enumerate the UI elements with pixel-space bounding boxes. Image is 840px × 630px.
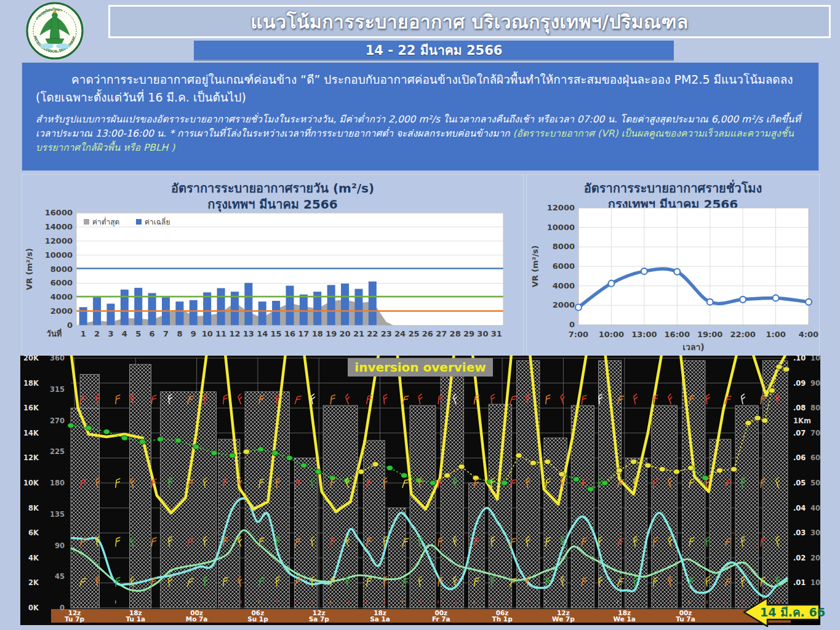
svg-text:0: 0 <box>60 604 65 612</box>
svg-text:4: 4 <box>122 329 127 338</box>
km-scale-label: 1Km <box>793 417 811 425</box>
svg-text:Tu 7a: Tu 7a <box>676 615 695 623</box>
hourly-vr-line-chart: 0200040006000800010000120007:0010:0013:0… <box>527 175 820 356</box>
svg-text:Su 1p: Su 1p <box>247 615 268 623</box>
svg-text:0: 0 <box>67 321 73 330</box>
summary-panel: คาดว่าการระบายอากาศอยู่ในเกณฑ์ค่อนข้าง “… <box>22 62 819 171</box>
svg-text:1:00: 1:00 <box>766 330 785 339</box>
svg-text:10000: 10000 <box>547 223 575 232</box>
svg-text:ค่าเฉลี่ย: ค่าเฉลี่ย <box>145 217 170 226</box>
svg-text:10: 10 <box>202 329 213 338</box>
svg-text:19:00: 19:00 <box>697 330 722 339</box>
svg-text:90: 90 <box>810 379 820 388</box>
svg-text:16:00: 16:00 <box>665 330 690 339</box>
svg-text:5: 5 <box>135 329 141 338</box>
svg-text:12000: 12000 <box>45 236 73 245</box>
svg-text:20: 20 <box>810 554 820 562</box>
svg-text:315: 315 <box>50 385 65 394</box>
svg-text:6000: 6000 <box>553 261 575 271</box>
svg-text:4K: 4K <box>28 554 39 562</box>
svg-text:40: 40 <box>810 504 820 512</box>
svg-text:0K: 0K <box>28 604 39 612</box>
svg-text:8000: 8000 <box>553 242 575 251</box>
svg-text:22:00: 22:00 <box>730 330 755 339</box>
daily-vr-chart-panel: อัตราการระบายอากาศรายวัน (m²/s) กรุงเทพฯ… <box>22 174 524 356</box>
svg-text:.01: .01 <box>793 578 806 587</box>
svg-text:.08: .08 <box>793 404 806 412</box>
hourly-vr-chart-panel: อัตราการระบายอากาศรายชั่วโมง กรุงเทพฯ มี… <box>526 174 820 356</box>
svg-text:Sa 7p: Sa 7p <box>309 615 330 623</box>
svg-text:Tu 7p: Tu 7p <box>65 615 84 623</box>
svg-text:26: 26 <box>422 329 433 338</box>
svg-text:7:00: 7:00 <box>569 330 588 339</box>
svg-text:วันที่: วันที่ <box>47 328 62 338</box>
svg-text:.03: .03 <box>793 528 806 537</box>
date-range-bar: 14 - 22 มีนาคม 2566 <box>194 41 674 60</box>
svg-text:45: 45 <box>55 572 65 581</box>
svg-text:15: 15 <box>271 329 282 338</box>
svg-text:14: 14 <box>257 329 268 338</box>
svg-text:12000: 12000 <box>547 203 575 212</box>
svg-text:14K: 14K <box>23 429 39 437</box>
svg-text:9: 9 <box>191 329 196 338</box>
svg-text:31: 31 <box>491 329 502 338</box>
svg-text:22: 22 <box>367 329 378 338</box>
svg-text:28: 28 <box>450 329 461 338</box>
svg-text:8000: 8000 <box>50 265 73 274</box>
svg-text:2000: 2000 <box>50 306 73 316</box>
svg-text:17: 17 <box>298 329 309 338</box>
svg-text:24: 24 <box>394 329 406 338</box>
svg-text:19: 19 <box>326 329 337 338</box>
svg-text:23: 23 <box>381 329 392 338</box>
svg-text:8: 8 <box>177 329 182 338</box>
svg-text:11: 11 <box>215 329 226 338</box>
svg-text:180: 180 <box>50 479 65 487</box>
svg-text:135: 135 <box>50 510 65 519</box>
summary-paragraph-main: คาดว่าการระบายอากาศอยู่ในเกณฑ์ค่อนข้าง “… <box>36 71 805 107</box>
svg-text:4000: 4000 <box>50 292 73 301</box>
svg-text:70: 70 <box>810 429 820 437</box>
date-tag-text: 14 มี.ค. 66 <box>760 605 825 619</box>
svg-text:16K: 16K <box>23 404 39 412</box>
svg-text:18K: 18K <box>23 379 39 388</box>
svg-text:1: 1 <box>81 329 86 338</box>
svg-text:We 7p: We 7p <box>552 615 575 623</box>
svg-text:.07: .07 <box>793 429 806 437</box>
svg-text:.10: .10 <box>793 356 806 362</box>
svg-text:2K: 2K <box>28 578 39 587</box>
svg-text:60: 60 <box>810 453 820 462</box>
svg-text:12: 12 <box>229 329 240 338</box>
department-seal-logo: กรมอุตุนิยมวิทยา METEOROLOGICAL DEPARTME… <box>26 2 84 60</box>
date-range-text: 14 - 22 มีนาคม 2566 <box>366 40 503 60</box>
svg-text:30: 30 <box>477 329 488 338</box>
svg-text:ค่าต่ำสุด: ค่าต่ำสุด <box>92 217 119 227</box>
svg-text:.02: .02 <box>793 554 806 562</box>
svg-text:4:00: 4:00 <box>799 330 818 339</box>
department-seal-graphic: กรมอุตุนิยมวิทยา METEOROLOGICAL DEPARTME… <box>26 2 84 60</box>
svg-text:6K: 6K <box>28 528 39 537</box>
svg-text:6: 6 <box>150 329 155 338</box>
svg-text:10: 10 <box>810 578 820 587</box>
svg-text:7: 7 <box>163 329 169 338</box>
svg-text:Th 1p: Th 1p <box>492 615 513 623</box>
svg-text:6000: 6000 <box>50 278 73 287</box>
svg-text:2000: 2000 <box>553 300 575 309</box>
svg-text:8K: 8K <box>28 504 39 512</box>
svg-text:25: 25 <box>408 329 419 338</box>
svg-text:3: 3 <box>108 329 113 338</box>
svg-text:10000: 10000 <box>45 250 73 260</box>
svg-text:13:00: 13:00 <box>631 330 657 339</box>
report-page: กรมอุตุนิยมวิทยา METEOROLOGICAL DEPARTME… <box>0 0 840 630</box>
summary-paragraph-detail: สำหรับรูปแบบการผันแปรของอัตราระบายอากาศร… <box>36 113 805 156</box>
date-tag-arrow: 14 มี.ค. 66 <box>743 596 820 629</box>
svg-text:27: 27 <box>436 329 447 338</box>
svg-text:10K: 10K <box>23 479 39 487</box>
svg-text:.09: .09 <box>793 379 806 388</box>
svg-text:16: 16 <box>284 329 295 338</box>
svg-text:100: 100 <box>810 356 820 362</box>
inversion-overview-label: inversion overview <box>348 358 493 377</box>
svg-text:16000: 16000 <box>45 208 73 217</box>
report-title-banner: แนวโน้มการระบายอากาศ บริเวณกรุงเทพฯ/ปริม… <box>108 5 831 38</box>
svg-text:360: 360 <box>50 356 65 362</box>
svg-text:20: 20 <box>340 329 351 338</box>
